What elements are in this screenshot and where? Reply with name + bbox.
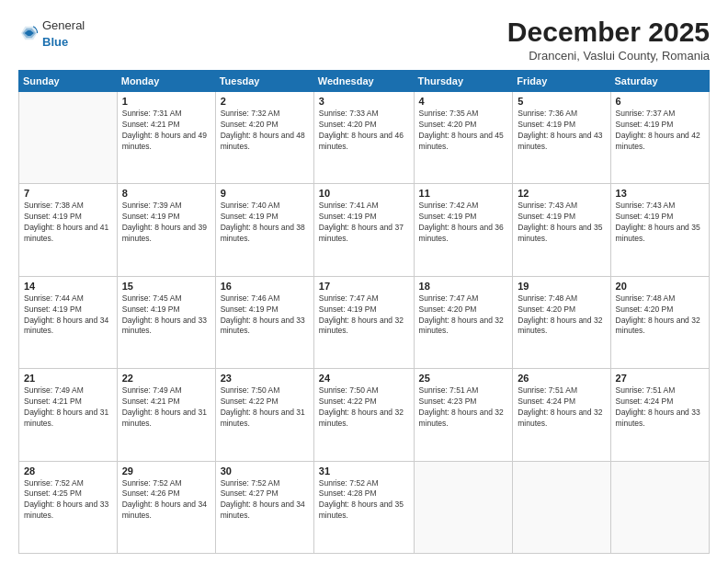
day-header-thursday: Thursday <box>414 71 513 92</box>
day-number: 10 <box>319 188 409 199</box>
month-title: December 2025 <box>507 17 710 47</box>
calendar-cell: 12Sunrise: 7:43 AMSunset: 4:19 PMDayligh… <box>513 184 610 276</box>
day-number: 24 <box>319 373 409 384</box>
calendar-cell: 16Sunrise: 7:46 AMSunset: 4:19 PMDayligh… <box>215 276 313 368</box>
calendar-cell: 24Sunrise: 7:50 AMSunset: 4:22 PMDayligh… <box>313 369 414 461</box>
day-number: 31 <box>319 465 409 477</box>
day-header-monday: Monday <box>117 71 215 92</box>
header: General Blue December 2025 Dranceni, Vas… <box>18 17 710 63</box>
calendar-week-row: 1Sunrise: 7:31 AMSunset: 4:21 PMDaylight… <box>19 92 710 184</box>
calendar-header-row: SundayMondayTuesdayWednesdayThursdayFrid… <box>19 71 710 92</box>
day-number: 2 <box>221 96 309 107</box>
day-number: 15 <box>122 281 210 292</box>
day-info: Sunrise: 7:35 AMSunset: 4:20 PMDaylight:… <box>419 109 508 153</box>
day-info: Sunrise: 7:43 AMSunset: 4:19 PMDaylight:… <box>616 201 704 245</box>
day-info: Sunrise: 7:51 AMSunset: 4:24 PMDaylight:… <box>518 385 605 430</box>
calendar-cell: 29Sunrise: 7:52 AMSunset: 4:26 PMDayligh… <box>117 461 215 553</box>
day-info: Sunrise: 7:37 AMSunset: 4:19 PMDaylight:… <box>616 109 704 153</box>
day-header-wednesday: Wednesday <box>313 71 414 92</box>
day-info: Sunrise: 7:39 AMSunset: 4:19 PMDaylight:… <box>122 201 210 245</box>
day-number: 3 <box>319 96 409 107</box>
day-number: 28 <box>24 465 112 477</box>
day-info: Sunrise: 7:50 AMSunset: 4:22 PMDaylight:… <box>319 385 409 430</box>
calendar-week-row: 28Sunrise: 7:52 AMSunset: 4:25 PMDayligh… <box>19 461 710 553</box>
day-number: 11 <box>419 188 508 199</box>
calendar-cell <box>19 92 118 184</box>
day-number: 9 <box>221 188 309 199</box>
calendar-week-row: 21Sunrise: 7:49 AMSunset: 4:21 PMDayligh… <box>19 369 710 461</box>
calendar-cell: 14Sunrise: 7:44 AMSunset: 4:19 PMDayligh… <box>19 276 118 368</box>
day-info: Sunrise: 7:49 AMSunset: 4:21 PMDaylight:… <box>24 385 112 430</box>
day-info: Sunrise: 7:45 AMSunset: 4:19 PMDaylight:… <box>122 293 210 338</box>
day-info: Sunrise: 7:52 AMSunset: 4:27 PMDaylight:… <box>221 478 309 523</box>
day-number: 13 <box>616 188 704 199</box>
calendar-cell: 27Sunrise: 7:51 AMSunset: 4:24 PMDayligh… <box>610 369 709 461</box>
day-number: 27 <box>616 373 704 384</box>
day-info: Sunrise: 7:32 AMSunset: 4:20 PMDaylight:… <box>221 109 309 153</box>
calendar-cell: 28Sunrise: 7:52 AMSunset: 4:25 PMDayligh… <box>19 461 118 553</box>
calendar-week-row: 7Sunrise: 7:38 AMSunset: 4:19 PMDaylight… <box>19 184 710 276</box>
day-number: 5 <box>518 96 605 107</box>
day-number: 30 <box>221 465 309 477</box>
page: General Blue December 2025 Dranceni, Vas… <box>0 0 728 563</box>
calendar-table: SundayMondayTuesdayWednesdayThursdayFrid… <box>18 70 710 554</box>
day-info: Sunrise: 7:52 AMSunset: 4:25 PMDaylight:… <box>24 478 112 523</box>
day-number: 19 <box>518 281 605 292</box>
day-info: Sunrise: 7:42 AMSunset: 4:19 PMDaylight:… <box>419 201 508 245</box>
day-info: Sunrise: 7:31 AMSunset: 4:21 PMDaylight:… <box>122 109 210 153</box>
calendar-cell: 4Sunrise: 7:35 AMSunset: 4:20 PMDaylight… <box>414 92 513 184</box>
logo-general: General <box>42 18 85 32</box>
calendar-cell: 11Sunrise: 7:42 AMSunset: 4:19 PMDayligh… <box>414 184 513 276</box>
day-header-saturday: Saturday <box>610 71 709 92</box>
calendar-cell: 17Sunrise: 7:47 AMSunset: 4:19 PMDayligh… <box>313 276 414 368</box>
day-info: Sunrise: 7:50 AMSunset: 4:22 PMDaylight:… <box>221 385 309 430</box>
calendar-cell <box>513 461 610 553</box>
calendar-cell: 6Sunrise: 7:37 AMSunset: 4:19 PMDaylight… <box>610 92 709 184</box>
calendar-cell <box>610 461 709 553</box>
calendar-cell: 15Sunrise: 7:45 AMSunset: 4:19 PMDayligh… <box>117 276 215 368</box>
day-number: 18 <box>419 281 508 292</box>
calendar-cell: 19Sunrise: 7:48 AMSunset: 4:20 PMDayligh… <box>513 276 610 368</box>
calendar-cell: 30Sunrise: 7:52 AMSunset: 4:27 PMDayligh… <box>215 461 313 553</box>
day-number: 6 <box>616 96 704 107</box>
day-info: Sunrise: 7:33 AMSunset: 4:20 PMDaylight:… <box>319 109 409 153</box>
day-number: 14 <box>24 281 112 292</box>
logo-blue: Blue <box>42 35 68 49</box>
calendar-cell: 7Sunrise: 7:38 AMSunset: 4:19 PMDaylight… <box>19 184 118 276</box>
day-number: 29 <box>122 465 210 477</box>
calendar-cell: 21Sunrise: 7:49 AMSunset: 4:21 PMDayligh… <box>19 369 118 461</box>
calendar-cell: 1Sunrise: 7:31 AMSunset: 4:21 PMDaylight… <box>117 92 215 184</box>
calendar-cell: 2Sunrise: 7:32 AMSunset: 4:20 PMDaylight… <box>215 92 313 184</box>
logo-icon <box>18 23 39 43</box>
day-number: 23 <box>221 373 309 384</box>
day-number: 20 <box>616 281 704 292</box>
calendar-cell <box>414 461 513 553</box>
day-info: Sunrise: 7:41 AMSunset: 4:19 PMDaylight:… <box>319 201 409 245</box>
calendar-cell: 25Sunrise: 7:51 AMSunset: 4:23 PMDayligh… <box>414 369 513 461</box>
calendar-cell: 10Sunrise: 7:41 AMSunset: 4:19 PMDayligh… <box>313 184 414 276</box>
day-number: 4 <box>419 96 508 107</box>
calendar-cell: 23Sunrise: 7:50 AMSunset: 4:22 PMDayligh… <box>215 369 313 461</box>
logo-text: General Blue <box>42 17 85 50</box>
day-number: 26 <box>518 373 605 384</box>
day-header-sunday: Sunday <box>19 71 118 92</box>
calendar-cell: 8Sunrise: 7:39 AMSunset: 4:19 PMDaylight… <box>117 184 215 276</box>
day-info: Sunrise: 7:47 AMSunset: 4:20 PMDaylight:… <box>419 293 508 338</box>
day-header-friday: Friday <box>513 71 610 92</box>
calendar-cell: 9Sunrise: 7:40 AMSunset: 4:19 PMDaylight… <box>215 184 313 276</box>
day-info: Sunrise: 7:46 AMSunset: 4:19 PMDaylight:… <box>221 293 309 338</box>
day-info: Sunrise: 7:51 AMSunset: 4:24 PMDaylight:… <box>616 385 704 430</box>
day-number: 1 <box>122 96 210 107</box>
day-info: Sunrise: 7:49 AMSunset: 4:21 PMDaylight:… <box>122 385 210 430</box>
day-info: Sunrise: 7:38 AMSunset: 4:19 PMDaylight:… <box>24 201 112 245</box>
day-number: 7 <box>24 188 112 199</box>
calendar-cell: 20Sunrise: 7:48 AMSunset: 4:20 PMDayligh… <box>610 276 709 368</box>
day-number: 25 <box>419 373 508 384</box>
day-info: Sunrise: 7:51 AMSunset: 4:23 PMDaylight:… <box>419 385 508 430</box>
day-number: 22 <box>122 373 210 384</box>
calendar-cell: 18Sunrise: 7:47 AMSunset: 4:20 PMDayligh… <box>414 276 513 368</box>
calendar-cell: 5Sunrise: 7:36 AMSunset: 4:19 PMDaylight… <box>513 92 610 184</box>
day-number: 8 <box>122 188 210 199</box>
calendar-cell: 13Sunrise: 7:43 AMSunset: 4:19 PMDayligh… <box>610 184 709 276</box>
calendar-cell: 26Sunrise: 7:51 AMSunset: 4:24 PMDayligh… <box>513 369 610 461</box>
